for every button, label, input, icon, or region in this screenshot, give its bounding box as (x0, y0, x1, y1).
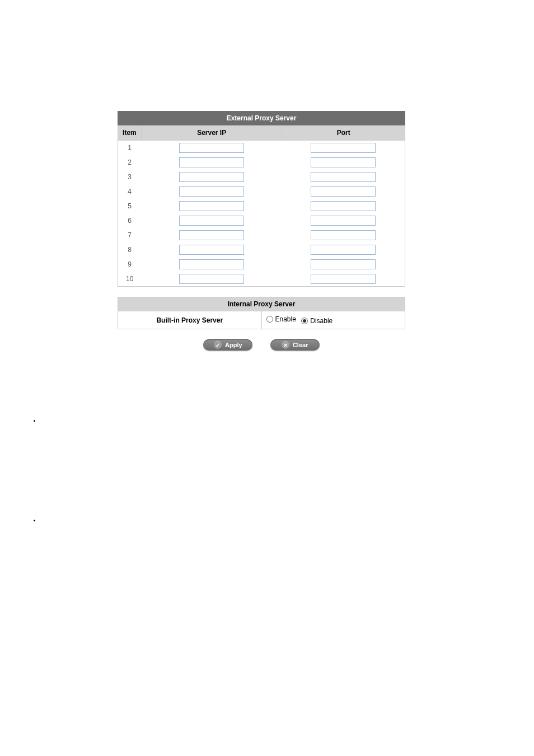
external-proxy-title: External Proxy Server (118, 111, 405, 125)
server-ip-input[interactable] (179, 274, 244, 284)
table-row: 3 (118, 170, 405, 184)
table-row: 2 (118, 155, 405, 170)
table-row: 7 (118, 228, 405, 242)
port-input[interactable] (311, 230, 376, 240)
port-cell (282, 272, 405, 287)
port-input[interactable] (311, 143, 376, 153)
server-ip-cell (141, 242, 282, 257)
radio-disable-label: Disable (310, 317, 332, 325)
server-ip-cell (141, 141, 282, 156)
row-index: 9 (118, 257, 142, 272)
server-ip-cell (141, 228, 282, 242)
port-input[interactable] (311, 259, 376, 269)
table-row: 9 (118, 257, 405, 272)
apply-button[interactable]: ✓ Apply (203, 339, 252, 351)
port-input[interactable] (311, 172, 376, 182)
row-index: 3 (118, 170, 142, 184)
port-cell (282, 213, 405, 228)
port-cell (282, 155, 405, 170)
row-index: 2 (118, 155, 142, 170)
clear-button-label: Clear (293, 342, 308, 348)
port-cell (282, 184, 405, 199)
row-index: 6 (118, 213, 142, 228)
row-index: 5 (118, 199, 142, 213)
port-input[interactable] (311, 245, 376, 255)
table-row: 8 (118, 242, 405, 257)
table-row: 5 (118, 199, 405, 213)
server-ip-cell (141, 272, 282, 287)
port-input[interactable] (311, 157, 376, 167)
port-input[interactable] (311, 274, 376, 284)
server-ip-input[interactable] (179, 201, 244, 211)
port-cell (282, 141, 405, 156)
builtin-proxy-label: Built-in Proxy Server (118, 311, 262, 329)
check-icon: ✓ (214, 341, 222, 349)
port-cell (282, 228, 405, 242)
proxy-config-panel: External Proxy Server Item Server IP Por… (118, 111, 405, 351)
button-row: ✓ Apply ✕ Clear (118, 339, 405, 351)
server-ip-cell (141, 184, 282, 199)
table-row: 10 (118, 272, 405, 287)
server-ip-cell (141, 170, 282, 184)
server-ip-input[interactable] (179, 186, 244, 197)
server-ip-input[interactable] (179, 259, 244, 269)
port-cell (282, 170, 405, 184)
internal-proxy-title: Internal Proxy Server (118, 297, 405, 311)
server-ip-input[interactable] (179, 245, 244, 255)
server-ip-cell (141, 213, 282, 228)
server-ip-input[interactable] (179, 230, 244, 240)
apply-button-label: Apply (225, 342, 242, 348)
radio-enable-label: Enable (275, 315, 296, 323)
server-ip-cell (141, 257, 282, 272)
table-row: 6 (118, 213, 405, 228)
server-ip-input[interactable] (179, 157, 244, 167)
col-port: Port (282, 125, 405, 141)
server-ip-input[interactable] (179, 172, 244, 182)
port-input[interactable] (311, 216, 376, 226)
server-ip-cell (141, 155, 282, 170)
col-item: Item (118, 125, 142, 141)
port-input[interactable] (311, 186, 376, 197)
clear-button[interactable]: ✕ Clear (270, 339, 320, 351)
internal-proxy-table: Internal Proxy Server Built-in Proxy Ser… (118, 297, 405, 329)
radio-disable-circle (301, 318, 308, 324)
row-index: 1 (118, 141, 142, 156)
server-ip-cell (141, 199, 282, 213)
port-input[interactable] (311, 201, 376, 211)
row-index: 8 (118, 242, 142, 257)
col-server-ip: Server IP (141, 125, 282, 141)
radio-enable-circle (266, 316, 273, 323)
row-index: 7 (118, 228, 142, 242)
builtin-proxy-options: Enable Disable (261, 311, 405, 329)
port-cell (282, 257, 405, 272)
server-ip-input[interactable] (179, 143, 244, 153)
table-row: 4 (118, 184, 405, 199)
radio-disable[interactable]: Disable (301, 317, 332, 325)
row-index: 10 (118, 272, 142, 287)
server-ip-input[interactable] (179, 216, 244, 226)
row-index: 4 (118, 184, 142, 199)
external-proxy-table: External Proxy Server Item Server IP Por… (118, 111, 405, 287)
radio-enable[interactable]: Enable (266, 315, 296, 323)
port-cell (282, 242, 405, 257)
port-cell (282, 199, 405, 213)
table-row: 1 (118, 141, 405, 156)
x-icon: ✕ (282, 341, 289, 349)
